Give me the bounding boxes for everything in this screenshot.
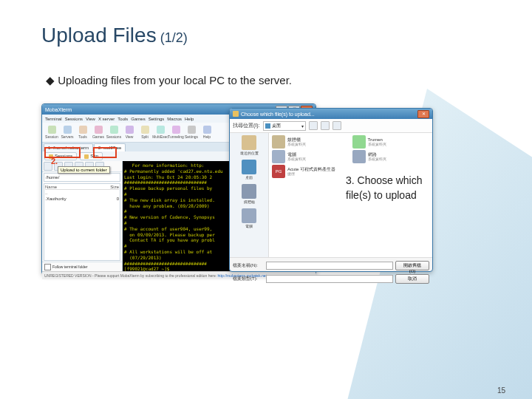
tool-help[interactable]: Help	[200, 126, 214, 139]
slide-title: Upload Files (1/2)	[41, 24, 491, 47]
location-dropdown[interactable]: 桌面▾	[263, 121, 306, 131]
filetype-label: 檔案類型(T):	[233, 276, 264, 282]
location-label: 找尋位置(I):	[233, 122, 260, 129]
menu-macros[interactable]: Macros	[167, 117, 182, 121]
menu-sessions[interactable]: Sessions	[65, 117, 83, 121]
menu-games[interactable]: Games	[131, 117, 145, 121]
place-libraries[interactable]: 媒體櫃	[242, 184, 256, 204]
tool-games[interactable]: Games	[92, 126, 105, 139]
tool-tools[interactable]: Tools	[76, 126, 89, 139]
file-item[interactable]: 媒體櫃系統資料夾	[272, 135, 349, 149]
menu-view[interactable]: View	[86, 117, 95, 121]
tool-servers[interactable]: Servers	[61, 126, 74, 139]
file-item[interactable]: 網路系統資料夾	[352, 150, 430, 163]
dialog-nav-bar: 找尋位置(I): 桌面▾	[230, 119, 432, 133]
filename-input[interactable]	[266, 262, 393, 270]
app-title: MobaXterm	[45, 107, 72, 112]
nav-view-icon[interactable]	[332, 121, 341, 130]
menu-settings[interactable]: Settings	[149, 117, 165, 121]
tool-settings[interactable]: Settings	[185, 126, 198, 139]
highlight-sessions-sftp	[44, 147, 81, 158]
sftp-path-input[interactable]: /home/	[44, 173, 120, 182]
dialog-footer: 檔案名稱(N): 開啟舊檔(O) 檔案類型(T): 取消	[230, 257, 432, 286]
upload-tooltip: Upload to current folder	[58, 166, 110, 174]
places-sidebar: 最近的位置 桌面 媒體櫃 電腦	[230, 133, 269, 257]
page-number: 15	[497, 386, 505, 395]
cancel-button[interactable]: 取消	[395, 274, 429, 284]
menu-tools[interactable]: Tools	[117, 117, 128, 121]
bullet-upload-desc: Uploading files from your local PC to th…	[46, 74, 491, 87]
sftp-sidebar: /home/ NameSize .. .Xauthority0 Follow t…	[42, 161, 123, 271]
tool-view[interactable]: View	[123, 126, 136, 139]
highlight-sftp-tab	[93, 147, 117, 158]
tool-session[interactable]: Session	[45, 126, 58, 139]
menu-help[interactable]: Help	[185, 117, 194, 121]
file-item[interactable]: PGAcute 可程式資料產生器捷徑	[272, 165, 349, 178]
tool-tunneling[interactable]: Tunneling	[169, 126, 183, 139]
place-desktop[interactable]: 桌面	[242, 160, 256, 180]
place-recent[interactable]: 最近的位置	[240, 135, 259, 155]
filetype-select[interactable]	[266, 275, 393, 283]
tool-multiexec[interactable]: MultiExec	[154, 126, 167, 139]
nav-back-icon[interactable]	[309, 121, 318, 130]
col-name[interactable]: Name	[45, 185, 110, 189]
tool-sessions2[interactable]: Sessions	[107, 126, 120, 139]
list-item[interactable]: .Xauthority0	[45, 196, 119, 202]
nav-up-icon[interactable]	[321, 121, 330, 130]
file-item[interactable]: Trumen系統資料夾	[352, 135, 430, 149]
place-computer[interactable]: 電腦	[242, 208, 256, 228]
step-number-2: 2.	[51, 157, 58, 166]
col-size[interactable]: Size	[110, 185, 119, 189]
annotation-step3: 3. Choose which file(s) to upload	[346, 174, 433, 202]
list-item[interactable]: ..	[45, 190, 119, 196]
menu-xserver[interactable]: X server	[98, 117, 115, 121]
desktop-icon	[265, 123, 270, 129]
dialog-close-button[interactable]: ✕	[417, 110, 429, 118]
dialog-title: Choose which file(s) to upload...	[241, 112, 315, 117]
file-item[interactable]: 電腦系統資料夾	[272, 150, 349, 163]
menu-terminal[interactable]: Terminal	[45, 117, 62, 121]
sftp-file-list[interactable]: NameSize .. .Xauthority0	[44, 183, 120, 261]
follow-checkbox[interactable]	[44, 264, 51, 270]
folder-icon	[233, 111, 239, 117]
filename-label: 檔案名稱(N):	[233, 262, 264, 269]
follow-label: Follow terminal folder	[52, 265, 88, 269]
folder-icon	[84, 154, 89, 159]
tool-split[interactable]: Split	[138, 126, 151, 139]
open-button[interactable]: 開啟舊檔(O)	[395, 261, 429, 270]
